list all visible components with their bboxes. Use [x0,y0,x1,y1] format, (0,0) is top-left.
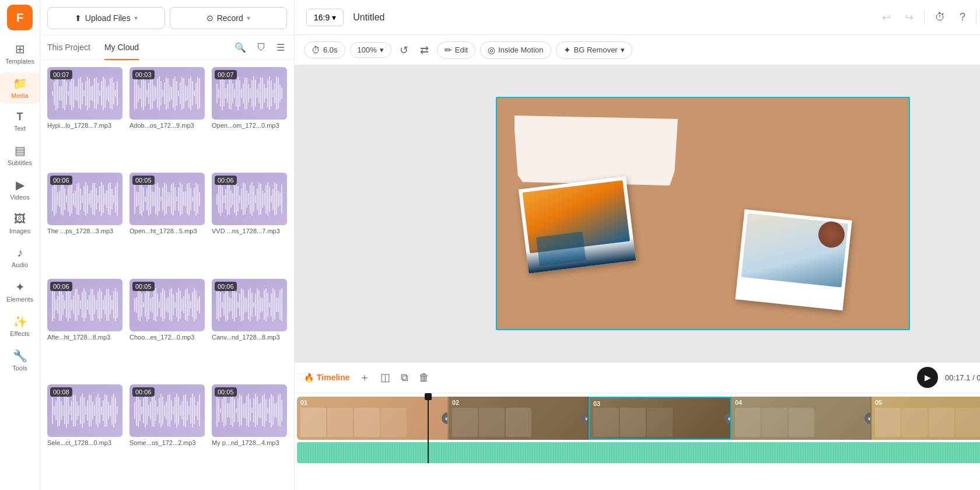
media-item-10[interactable]: 00:06Some...os_172...2.mp3 [130,384,205,483]
seg-04-transition[interactable]: ⇄ [864,412,872,424]
timeline-track-container: 01 ⇄ 02 [295,397,980,463]
seg-02-transition[interactable]: ⇄ [582,412,589,424]
timeline-area: 🔥 Timeline ＋ ◫ ⧉ 🗑 ▶ 00:17.1 / 00:30.0 − [295,362,980,490]
toolbar-undo-button[interactable]: ↺ [396,40,412,60]
edit-icon: ✏ [444,45,452,55]
media-grid: 00:07Hypi...lo_1728...7.mp300:03Adob...o… [40,60,294,490]
app-logo[interactable]: F [7,5,33,30]
playback-controls: ▶ 00:17.1 / 00:30.0 − + Fit [917,367,980,388]
inside-motion-chip[interactable]: ◎ Inside Motion [480,41,551,59]
sidebar: F ⊞ Templates 📁 Media T Text ▤ Subtitles… [0,0,40,490]
filter-button[interactable]: ⛉ [254,40,268,55]
seg-01-transition[interactable]: ⇄ [442,412,449,424]
duration-badge-2: 00:07 [215,70,237,79]
delete-clip-button[interactable]: 🗑 [416,369,432,386]
record-button[interactable]: ⊙ Record ▾ [170,7,288,29]
media-filename-8: Canv...nd_1728...8.mp3 [212,334,287,341]
sidebar-label-audio: Audio [12,261,28,268]
media-item-5[interactable]: 00:06VVD ...ns_1728...7.mp3 [212,173,287,271]
timer-button[interactable]: ⏱ [932,8,949,27]
sidebar-item-text[interactable]: T Text [0,106,40,136]
sidebar-item-templates[interactable]: ⊞ Templates [0,37,40,69]
bg-remover-chip[interactable]: ✦ BG Remover ▾ [556,41,632,59]
sidebar-item-audio[interactable]: ♪ Audio [0,242,40,273]
images-icon: 🖼 [14,212,26,226]
media-filename-0: Hypi...lo_1728...7.mp3 [47,122,123,129]
upload-icon: ⬆ [75,13,82,23]
video-track: 01 ⇄ 02 [297,397,980,440]
video-segment-01[interactable]: 01 ⇄ [297,397,449,440]
seg-04-thumbs [732,398,818,438]
split-button[interactable]: ◫ [378,369,393,386]
add-clip-button[interactable]: ＋ [357,368,372,387]
sidebar-item-media[interactable]: 📁 Media [0,72,40,104]
media-item-1[interactable]: 00:03Adob...os_172...9.mp3 [130,67,205,166]
playhead-handle[interactable] [425,393,432,400]
tab-this-project[interactable]: This Project [47,36,90,60]
video-segment-04[interactable]: 04 ⇄ [732,397,872,440]
divider-1 [924,10,925,24]
media-item-4[interactable]: 00:05Open...ht_1728...5.mp3 [130,173,205,271]
audio-track [297,442,980,463]
playhead[interactable] [428,397,429,463]
media-item-3[interactable]: 00:06The ...ps_1728...3.mp3 [47,173,123,271]
media-item-0[interactable]: 00:07Hypi...lo_1728...7.mp3 [47,67,123,166]
seg-03-num: 03 [593,400,600,407]
upload-files-button[interactable]: ⬆ Upload Files ▾ [47,7,165,29]
redo-button[interactable]: ↪ [901,8,917,27]
polaroid-1[interactable] [519,176,636,273]
sidebar-item-images[interactable]: 🖼 Images [0,208,40,239]
sidebar-item-effects[interactable]: ✨ Effects [0,310,40,342]
sidebar-label-images: Images [9,228,30,235]
sidebar-label-videos: Videos [10,194,29,201]
media-item-8[interactable]: 00:06Canv...nd_1728...8.mp3 [212,279,287,377]
duplicate-button[interactable]: ⧉ [398,369,411,386]
timeline-flame-icon: 🔥 [304,373,314,382]
media-filename-6: Afte...ht_1728...8.mp3 [47,334,123,341]
sidebar-item-subtitles[interactable]: ▤ Subtitles [0,139,40,171]
zoom-chip[interactable]: 100% ▾ [350,42,391,58]
sidebar-item-tools[interactable]: 🔧 Tools [0,344,40,376]
search-button[interactable]: 🔍 [232,40,249,55]
inside-motion-label: Inside Motion [498,46,543,54]
duration-value: 6.0s [323,46,338,54]
tab-my-cloud[interactable]: My Cloud [104,36,139,60]
seg-03-transition[interactable]: ⇄ [724,412,732,424]
undo-button[interactable]: ↩ [878,8,894,27]
media-thumb-0: 00:07 [47,67,123,120]
record-circle-icon: ⊙ [206,13,214,23]
aspect-ratio-label: 16:9 [314,13,330,22]
timeline-tracks: 01 ⇄ 02 [295,393,980,490]
top-bar-actions: ↩ ↪ ⏱ ? Saved Export → 👤 [878,7,980,28]
sort-button[interactable]: ☰ [274,40,287,55]
media-item-11[interactable]: 00:05My p...nd_1728...4.mp3 [212,384,287,483]
help-button[interactable]: ? [956,8,969,27]
play-icon: ▶ [925,373,931,382]
edit-chip[interactable]: ✏ Edit [437,41,475,59]
audio-icon: ♪ [17,246,23,260]
polaroid-2[interactable] [735,209,852,310]
duration-badge-5: 00:06 [215,176,237,185]
sidebar-item-elements[interactable]: ✦ Elements [0,275,40,307]
media-item-9[interactable]: 00:08Sele...ct_1728...0.mp3 [47,384,123,483]
media-item-2[interactable]: 00:07Open...om_172...0.mp3 [212,67,287,166]
media-thumb-1: 00:03 [130,67,205,120]
video-segment-05[interactable]: 05 [872,397,980,440]
tab-my-cloud-label: My Cloud [104,43,139,52]
effects-icon: ✨ [13,314,27,328]
media-item-7[interactable]: 00:05Choo...es_172...0.mp3 [130,279,205,377]
video-segment-03[interactable]: 03 ⇄ [589,397,732,440]
duration-chip[interactable]: ⏱ 6.0s [304,41,345,58]
aspect-ratio-button[interactable]: 16:9 ▾ [306,9,344,26]
duration-badge-1: 00:03 [132,70,155,79]
toolbar-flip-button[interactable]: ⇄ [416,40,432,60]
video-segment-02[interactable]: 02 ⇄ [449,397,589,440]
upload-chevron-icon: ▾ [134,14,138,22]
media-filename-4: Open...ht_1728...5.mp3 [130,228,205,235]
media-thumb-6: 00:06 [47,279,123,331]
sidebar-item-videos[interactable]: ▶ Videos [0,173,40,205]
edit-label: Edit [455,46,468,54]
project-title[interactable]: Untitled [353,12,869,23]
media-item-6[interactable]: 00:06Afte...ht_1728...8.mp3 [47,279,123,377]
play-button[interactable]: ▶ [917,367,938,388]
